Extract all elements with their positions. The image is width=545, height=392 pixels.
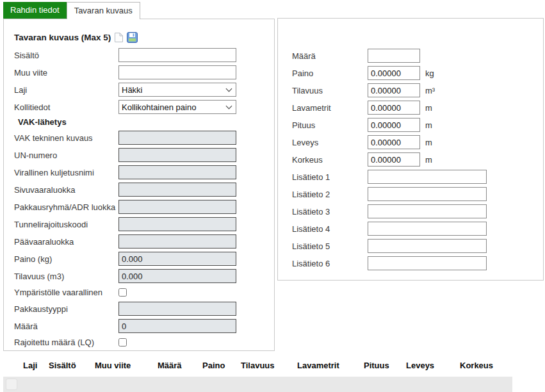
paino-kg-label: Paino (kg) (14, 254, 118, 264)
paavaaraluokka-input (118, 234, 236, 249)
korkeus-label: Korkeus (292, 155, 368, 165)
right-tilavuus-input[interactable] (368, 83, 420, 97)
lisatieto-6-input[interactable] (368, 256, 487, 270)
form-row: Lisätieto 4 (292, 222, 543, 236)
vak-tekninen-kuvaus-label: VAK tekninen kuvaus (14, 133, 118, 143)
lavametrit-unit: m (425, 103, 432, 113)
lisatieto-5-label: Lisätieto 5 (292, 241, 368, 251)
form-row: Paino (kg) (14, 252, 274, 266)
form-row: Pituus m (292, 118, 543, 132)
row-action-placeholder (6, 379, 17, 390)
maara-input (118, 319, 236, 333)
vak-tekninen-kuvaus-input (118, 131, 236, 145)
form-row: Lisätieto 3 (292, 204, 543, 218)
kollitiedot-label: Kollitiedot (14, 102, 118, 112)
goods-description-page: Rahdin tiedot Tavaran kuvaus Tavaran kuv… (0, 0, 545, 392)
table-header-muu-viite: Muu viite (95, 361, 131, 370)
chevron-down-icon (226, 103, 232, 110)
sivuvaaraluokka-label: Sivuvaaraluokka (14, 185, 118, 195)
panel-title-row: Tavaran kuvaus (Max 5) (14, 31, 274, 43)
virallinen-kuljetusnimi-input (118, 165, 236, 179)
tab-rahdin-tiedot[interactable]: Rahdin tiedot (3, 2, 67, 19)
lisatieto-2-label: Lisätieto 2 (292, 190, 368, 199)
lisatieto-1-input[interactable] (368, 170, 487, 184)
paavaaraluokka-label: Päävaaraluokka (14, 237, 118, 247)
lavametrit-label: Lavametrit (292, 103, 368, 113)
virallinen-kuljetusnimi-label: Virallinen kuljetusnimi (14, 168, 118, 177)
kollitiedot-select[interactable]: Kollikohtainen paino (118, 100, 236, 114)
pituus-input[interactable] (368, 118, 420, 132)
paino-kg-input (118, 252, 236, 266)
form-row: Rajoitettu määrä (LQ) (14, 336, 274, 348)
lavametrit-input[interactable] (368, 101, 420, 115)
tilavuus-m3-input (118, 269, 236, 283)
form-row: Laji Häkki (14, 83, 274, 97)
pituus-unit: m (425, 120, 432, 130)
lisatieto-2-input[interactable] (368, 187, 487, 201)
new-document-icon[interactable] (114, 32, 124, 43)
form-row: Pakkausryhmä/ADR luokka (14, 200, 274, 214)
paino-unit: kg (425, 69, 434, 78)
un-numero-label: UN-numero (14, 151, 118, 160)
tab-tavaran-kuvaus[interactable]: Tavaran kuvaus (67, 2, 140, 19)
muu-viite-input[interactable] (118, 65, 236, 79)
ymparistolle-vaarallinen-label: Ympäristölle vaarallinen (14, 288, 118, 297)
form-row: VAK tekninen kuvaus (14, 131, 274, 145)
measurements-panel: Määrä Paino kg Tilavuus m³ Lavametrit m … (277, 18, 544, 281)
un-numero-input (118, 148, 236, 162)
korkeus-input[interactable] (368, 152, 420, 167)
rajoitettu-maara-lq-label: Rajoitettu määrä (LQ) (14, 338, 118, 347)
right-tilavuus-label: Tilavuus (292, 86, 368, 95)
sisalto-label: Sisältö (14, 51, 118, 60)
pakkausryhma-adr-luokka-input (118, 200, 236, 214)
form-row: Kollitiedot Kollikohtainen paino (14, 100, 274, 114)
pakkausryhma-adr-luokka-label: Pakkausryhmä/ADR luokka (14, 202, 118, 212)
lisatieto-3-label: Lisätieto 3 (292, 207, 368, 216)
save-icon[interactable] (127, 32, 138, 43)
form-row: Tilavuus (m3) (14, 269, 274, 283)
rajoitettu-maara-lq-checkbox[interactable] (118, 338, 127, 347)
maara-label: Määrä (14, 322, 118, 331)
pakkaustyyppi-label: Pakkaustyyppi (14, 304, 118, 314)
vak-section-heading: VAK-lähetys (18, 117, 274, 127)
lisatieto-3-input[interactable] (368, 204, 487, 218)
leveys-unit: m (425, 138, 432, 147)
laji-select[interactable]: Häkki (118, 83, 236, 97)
form-row: Tilavuus m³ (292, 83, 543, 97)
form-row: Sisältö (14, 48, 274, 62)
form-row: Lisätieto 1 (292, 170, 543, 184)
form-row: Päävaaraluokka (14, 234, 274, 249)
form-row: Lisätieto 2 (292, 187, 543, 201)
goods-table-header-row: Laji Sisältö Muu viite Määrä Paino Tilav… (0, 361, 545, 373)
form-row: Pakkaustyyppi (14, 302, 274, 316)
panel-title: Tavaran kuvaus (Max 5) (14, 33, 111, 42)
right-paino-input[interactable] (368, 66, 420, 80)
leveys-label: Leveys (292, 138, 368, 147)
form-row: Lisätieto 5 (292, 239, 543, 253)
lisatieto-5-input[interactable] (368, 239, 487, 253)
table-header-pituus: Pituus (364, 361, 389, 370)
tilavuus-m3-label: Tilavuus (m3) (14, 272, 118, 281)
lisatieto-4-input[interactable] (368, 222, 487, 236)
ymparistolle-vaarallinen-checkbox[interactable] (118, 288, 127, 297)
right-maara-input[interactable] (368, 49, 420, 63)
form-row: Leveys m (292, 135, 543, 149)
leveys-input[interactable] (368, 135, 420, 149)
laji-label: Laji (14, 85, 118, 95)
table-header-korkeus: Korkeus (460, 361, 493, 370)
table-header-lavametrit: Lavametrit (297, 361, 339, 370)
muu-viite-label: Muu viite (14, 68, 118, 78)
table-header-maara: Määrä (158, 361, 182, 370)
table-header-laji: Laji (23, 361, 37, 370)
table-header-leveys: Leveys (406, 361, 434, 370)
pakkaustyyppi-input (118, 302, 236, 316)
tunnelirajoituskoodi-label: Tunnelirajoituskoodi (14, 220, 118, 229)
sisalto-input[interactable] (118, 48, 236, 62)
form-row: Määrä (14, 319, 274, 333)
table-header-sisalto: Sisältö (49, 361, 76, 370)
table-header-tilavuus: Tilavuus (241, 361, 275, 370)
tunnelirajoituskoodi-input (118, 217, 236, 231)
goods-table-empty-row[interactable] (3, 377, 512, 392)
form-row: Ympäristölle vaarallinen (14, 286, 274, 298)
lisatieto-1-label: Lisätieto 1 (292, 172, 368, 182)
